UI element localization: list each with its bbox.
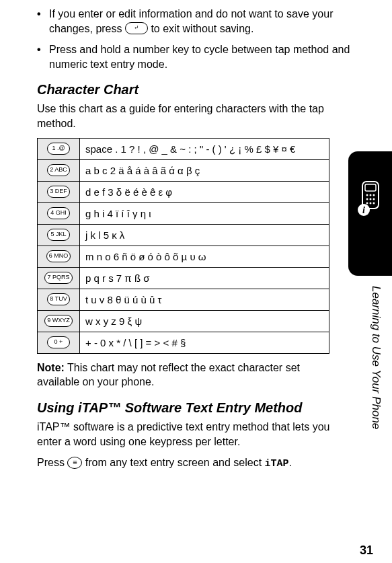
key-6-icon: 6 MNO — [46, 250, 71, 262]
chars-cell: p q r s 7 π ß σ — [80, 267, 329, 289]
page: • If you enter or edit information and d… — [0, 7, 392, 563]
chars-cell: space . 1 ? ! , @ _ & ~ : ; " - ( ) ' ¿ … — [80, 138, 329, 159]
p2-end: . — [289, 457, 292, 468]
table-row: 2 ABC a b c 2 ä å á à â ã ά α β ç — [38, 159, 329, 181]
table-row: 7 PQRS p q r s 7 π ß σ — [38, 267, 329, 289]
key-7-icon: 7 PQRS — [44, 272, 72, 284]
key-cell: 8 TUV — [38, 289, 80, 310]
menu-key-icon — [67, 457, 82, 469]
key-cell: 6 MNO — [38, 246, 80, 267]
bullet-item: • If you enter or edit information and d… — [37, 7, 368, 36]
table-row: 4 GHI g h i 4 ï í î γ η ι — [38, 202, 329, 224]
key-5-icon: 5 JKL — [47, 229, 70, 241]
itap-label: iTAP — [265, 458, 289, 470]
table-row: 3 DEF d e f 3 δ ë é è ê ε φ — [38, 181, 329, 202]
chars-cell: j k l 5 κ λ — [80, 224, 329, 246]
svg-point-8 — [366, 202, 368, 204]
svg-point-4 — [373, 194, 375, 196]
p2-post: from any text entry screen and select — [85, 457, 265, 468]
key-cell: 5 JKL — [38, 224, 80, 246]
page-number: 31 — [360, 543, 373, 558]
svg-point-3 — [370, 194, 372, 196]
key-4-icon: 4 GHI — [47, 207, 70, 219]
key-cell: 4 GHI — [38, 202, 80, 224]
character-chart-table: 1 .@ space . 1 ? ! , @ _ & ~ : ; " - ( )… — [37, 138, 329, 354]
note-paragraph: Note: This chart may not reflect the exa… — [37, 361, 368, 389]
bullet-text: Press and hold a number key to cycle bet… — [49, 42, 368, 71]
svg-point-9 — [370, 202, 372, 204]
table-row: 0 + + - 0 x * / \ [ ] = > < # § — [38, 332, 329, 353]
key-cell: 0 + — [38, 332, 80, 353]
svg-point-7 — [373, 198, 375, 200]
itap-paragraph-1: iTAP™ software is a predictive text entr… — [37, 420, 368, 449]
table-row: 6 MNO m n o 6 ñ ö ø ó ò ô õ µ υ ω — [38, 246, 329, 267]
key-3-icon: 3 DEF — [47, 186, 70, 198]
bullet-text: If you enter or edit information and do … — [49, 7, 368, 36]
table-row: 1 .@ space . 1 ? ! , @ _ & ~ : ; " - ( )… — [38, 138, 329, 159]
key-0-icon: 0 + — [47, 336, 70, 348]
key-cell: 3 DEF — [38, 181, 80, 202]
key-9-icon: 9 WXYZ — [44, 315, 73, 327]
svg-point-5 — [366, 198, 368, 200]
svg-point-2 — [366, 194, 368, 196]
chars-cell: g h i 4 ï í î γ η ι — [80, 202, 329, 224]
table-row: 8 TUV t u v 8 θ ü ú ù û τ — [38, 289, 329, 310]
key-8-icon: 8 TUV — [47, 293, 70, 305]
chars-cell: t u v 8 θ ü ú ù û τ — [80, 289, 329, 310]
table-row: 5 JKL j k l 5 κ λ — [38, 224, 329, 246]
bullet-item: • Press and hold a number key to cycle b… — [37, 42, 368, 71]
key-cell: 2 ABC — [38, 159, 80, 181]
chars-cell: w x y z 9 ξ ψ — [80, 310, 329, 332]
key-cell: 1 .@ — [38, 138, 80, 159]
side-chapter-label: Learning to Use Your Phone — [369, 286, 383, 521]
section-heading-itap: Using iTAP™ Software Text Entry Method — [37, 400, 368, 416]
key-2-icon: 2 ABC — [47, 164, 70, 176]
key-cell: 9 WXYZ — [38, 310, 80, 332]
svg-point-6 — [370, 198, 372, 200]
section-intro: Use this chart as a guide for entering c… — [37, 102, 368, 130]
svg-point-10 — [373, 202, 375, 204]
svg-text:i: i — [362, 205, 365, 215]
chars-cell: a b c 2 ä å á à â ã ά α β ç — [80, 159, 329, 181]
phone-info-icon: i — [356, 180, 385, 218]
bullet-post: to exit without saving. — [151, 23, 253, 34]
chars-cell: m n o 6 ñ ö ø ó ò ô õ µ υ ω — [80, 246, 329, 267]
key-1-icon: 1 .@ — [47, 143, 70, 155]
bullet-dot: • — [37, 7, 49, 36]
section-heading-character-chart: Character Chart — [37, 82, 368, 98]
table-row: 9 WXYZ w x y z 9 ξ ψ — [38, 310, 329, 332]
itap-paragraph-2: Press from any text entry screen and sel… — [37, 455, 368, 471]
bullet-dot: • — [37, 42, 49, 71]
svg-rect-1 — [365, 184, 376, 191]
note-label: Note: — [37, 362, 65, 373]
chars-cell: d e f 3 δ ë é è ê ε φ — [80, 181, 329, 202]
end-key-icon: ⤶ — [125, 22, 148, 34]
p2-pre: Press — [37, 457, 67, 468]
chars-cell: + - 0 x * / \ [ ] = > < # § — [80, 332, 329, 353]
note-text: This chart may not reflect the exact cha… — [37, 362, 300, 388]
key-cell: 7 PQRS — [38, 267, 80, 289]
